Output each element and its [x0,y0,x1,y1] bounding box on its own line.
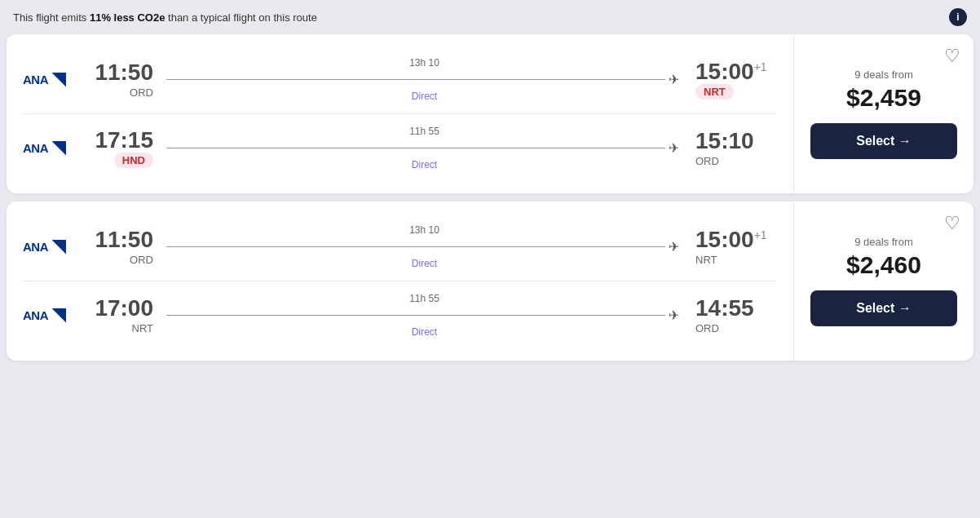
flights-container: ANA11:50ORD13h 10✈Direct15:00+1NRTANA17:… [0,34,980,370]
route-line: ✈ [166,72,682,87]
line-left [166,315,665,317]
arrive-time: 14:55 [695,296,754,321]
arrival-info: 15:10ORD [695,129,777,168]
airline-logo: ANA [23,73,88,87]
flight-row-2-1: ANA11:50ORD13h 10✈Direct15:00+1NRT [23,216,777,277]
flight-duration: 11h 55 [409,293,439,304]
stops-label: Direct [412,258,437,269]
flight-details-2: ANA11:50ORD13h 10✈Direct15:00+1NRTANA17:… [7,201,794,361]
depart-time: 17:00 [95,296,153,321]
route-middle: 13h 10✈Direct [153,57,695,102]
favorite-button[interactable]: ♡ [944,46,960,67]
select-button[interactable]: Select → [810,290,957,326]
depart-airport: ORD [130,86,153,99]
plane-icon: ✈ [669,140,679,156]
plane-icon: ✈ [669,72,679,87]
route-middle: 11h 55✈Direct [153,126,695,170]
stops-label: Direct [412,159,437,170]
departure-info: 11:50ORD [88,60,153,100]
flight-row-2-2: ANA17:00NRT11h 55✈Direct14:55ORD [23,285,777,346]
ana-logo: ANA [23,308,66,323]
select-button[interactable]: Select → [810,123,957,159]
flight-duration: 13h 10 [409,57,439,69]
info-icon[interactable]: i [949,8,967,26]
route-line: ✈ [166,140,682,156]
plane-icon: ✈ [669,308,679,323]
departure-info: 17:00NRT [88,296,153,335]
departure-info: 11:50ORD [88,228,153,267]
route-middle: 11h 55✈Direct [153,293,695,338]
ana-flag-icon [51,141,66,156]
ana-logo: ANA [23,240,66,255]
flight-row-1-2: ANA17:15HND11h 55✈Direct15:10ORD [23,117,777,179]
route-middle: 13h 10✈Direct [153,224,695,269]
price-value: $2,460 [846,251,921,279]
arrive-airport: ORD [695,322,719,334]
ana-logo: ANA [23,73,66,87]
ana-flag-icon [51,308,66,323]
arrive-time: 15:10 [695,129,754,154]
arrival-info: 15:00+1NRT [695,228,777,267]
banner-text: This flight emits 11% less CO2e than a t… [13,11,317,24]
depart-airport-badge: HND [114,153,153,168]
airline-logo: ANA [23,141,88,156]
flight-details-1: ANA11:50ORD13h 10✈Direct15:00+1NRTANA17:… [7,34,794,193]
airline-logo: ANA [23,240,88,255]
arrive-airport-badge: NRT [695,84,734,100]
route-line: ✈ [166,239,682,255]
flight-card-1: ANA11:50ORD13h 10✈Direct15:00+1NRTANA17:… [7,34,973,193]
stops-label: Direct [412,91,437,102]
route-line: ✈ [166,308,682,323]
depart-airport: NRT [132,322,153,334]
price-value: $2,459 [846,84,921,112]
time-suffix: +1 [754,60,767,73]
arrival-info: 14:55ORD [695,296,777,335]
arrival-info: 15:00+1NRT [695,60,777,100]
time-suffix: +1 [754,228,767,241]
depart-time: 11:50 [95,228,153,253]
arrive-time: 15:00+1 [695,228,767,253]
depart-time: 17:15 [95,128,153,153]
departure-info: 17:15HND [88,128,153,169]
stops-label: Direct [412,326,437,338]
arrive-airport: ORD [695,155,719,167]
airline-logo: ANA [23,308,88,323]
line-left [166,148,665,149]
arrive-time: 15:00+1 [695,60,767,85]
flight-row-1-1: ANA11:50ORD13h 10✈Direct15:00+1NRT [23,49,777,110]
depart-airport: HND [114,153,153,168]
flight-duration: 11h 55 [409,126,439,137]
arrive-airport: NRT [695,254,717,266]
price-action-2: ♡9 deals from$2,460Select → [794,201,973,361]
deals-from-label: 9 deals from [854,236,913,248]
depart-airport: ORD [130,254,153,266]
depart-time: 11:50 [95,60,153,86]
top-banner: This flight emits 11% less CO2e than a t… [0,0,980,34]
line-left [166,79,665,81]
favorite-button[interactable]: ♡ [944,213,960,234]
plane-icon: ✈ [669,239,679,255]
deals-from-label: 9 deals from [854,69,913,81]
arrive-airport: NRT [695,84,734,100]
ana-flag-icon [51,73,66,87]
ana-logo: ANA [23,141,66,156]
line-left [166,246,665,248]
flight-duration: 13h 10 [409,224,439,236]
ana-flag-icon [51,240,66,255]
flight-card-2: ANA11:50ORD13h 10✈Direct15:00+1NRTANA17:… [7,201,973,361]
price-action-1: ♡9 deals from$2,459Select → [794,34,973,193]
